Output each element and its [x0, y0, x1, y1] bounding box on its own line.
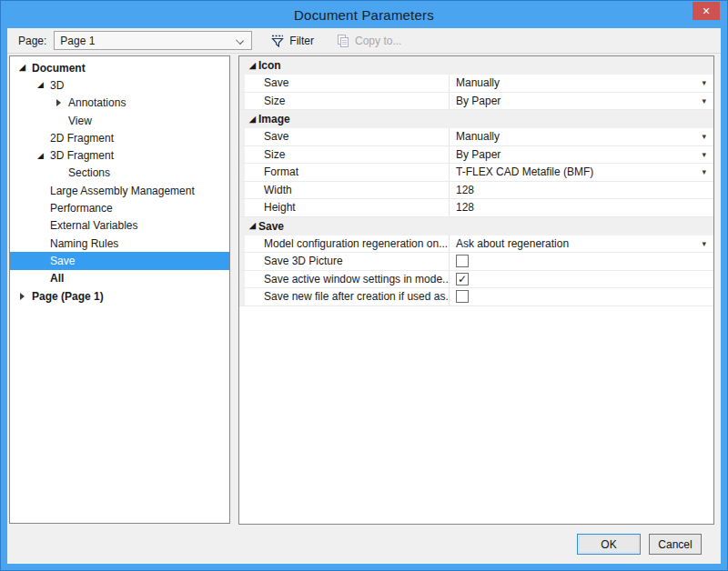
close-button[interactable]: ✕: [693, 2, 720, 20]
dropdown-arrow-icon[interactable]: ▾: [702, 151, 706, 159]
property-name: Height: [245, 199, 450, 216]
dropdown-arrow-icon[interactable]: ▾: [702, 240, 706, 248]
checkbox-checked[interactable]: ✓: [456, 273, 469, 286]
tree-item-2d-fragment[interactable]: 2D Fragment: [10, 129, 229, 146]
property-value[interactable]: ✓: [450, 271, 713, 288]
property-name: Save new file after creation if used as.…: [245, 288, 450, 306]
property-value[interactable]: By Paper▾: [450, 146, 713, 164]
grid-row-save-3d-picture: Save 3D Picture: [239, 253, 713, 271]
grid-row-size: SizeBy Paper▾: [239, 93, 713, 111]
property-value: 128: [450, 199, 713, 216]
property-value[interactable]: T-FLEX CAD Metafile (BMF)▾: [450, 164, 713, 181]
tree-item-label: Page (Page 1): [32, 290, 104, 303]
ok-button[interactable]: OK: [577, 534, 641, 555]
expander-collapsed-icon[interactable]: [15, 293, 29, 300]
property-name: Save: [245, 128, 450, 145]
property-name: Size: [245, 146, 450, 164]
property-value-text: By Paper: [456, 148, 500, 161]
property-name: Model configuration regeneration on...: [245, 235, 450, 253]
filter-icon: [270, 34, 285, 48]
property-value-text: 128: [456, 184, 474, 196]
tree-item-document[interactable]: ◢Document: [10, 59, 229, 76]
tree-item-label: Performance: [50, 202, 113, 215]
tree-item-annotations[interactable]: Annotations: [10, 95, 229, 112]
tree-item-3d-fragment[interactable]: ◢3D Fragment: [10, 146, 229, 164]
grid-section-image[interactable]: ◢Image: [239, 110, 713, 128]
property-value-text: Ask about regeneration: [456, 237, 569, 250]
title-bar[interactable]: Document Parameters ✕: [1, 1, 727, 28]
dropdown-arrow-icon[interactable]: ▾: [702, 79, 706, 87]
cancel-button[interactable]: Cancel: [649, 534, 702, 555]
expander-expanded-icon[interactable]: ◢: [34, 81, 47, 89]
property-value[interactable]: [450, 288, 713, 306]
grid-row-save-new-file-after-creation-if-used-as: Save new file after creation if used as.…: [239, 288, 713, 306]
tree-item-performance[interactable]: Performance: [10, 199, 229, 216]
property-name-label: Height: [264, 201, 296, 214]
grid-row-height: Height128: [239, 199, 713, 217]
checkbox-unchecked[interactable]: [456, 255, 469, 267]
expander-expanded-icon[interactable]: ◢: [15, 64, 29, 72]
filter-button[interactable]: Filter: [267, 31, 318, 51]
expander-expanded-icon[interactable]: ◢: [247, 115, 258, 124]
close-icon: ✕: [702, 5, 710, 17]
page-combobox-value: Page 1: [60, 35, 95, 47]
expander-expanded-icon[interactable]: ◢: [34, 152, 47, 160]
grid-section-icon[interactable]: ◢Icon: [239, 56, 713, 75]
property-value-text: 128: [456, 201, 474, 214]
property-name: Save: [245, 75, 450, 92]
tree-item-label: Annotations: [68, 96, 126, 109]
grid-section-label: Icon: [258, 59, 281, 72]
checkmark-icon: ✓: [458, 274, 467, 285]
property-value[interactable]: Manually▾: [450, 75, 713, 92]
triangle-right-icon: [20, 293, 25, 300]
dropdown-arrow-icon[interactable]: ▾: [702, 133, 706, 141]
dialog-client-area: Page: Page 1 Filter: [7, 28, 721, 564]
tree-item-label: View: [68, 115, 92, 127]
tree-item-label: Large Assembly Management: [50, 185, 195, 197]
expander-collapsed-icon[interactable]: [52, 99, 66, 106]
tree-item-label: Naming Rules: [50, 237, 118, 250]
expander-expanded-icon[interactable]: ◢: [247, 62, 258, 70]
grid-row-model-configuration-regeneration-on: Model configuration regeneration on...As…: [239, 235, 713, 254]
tree-item-label: 3D: [50, 79, 64, 92]
copy-to-button-label: Copy to...: [355, 35, 401, 47]
tree-item-external-variables[interactable]: External Variables: [10, 217, 229, 235]
tree-item-label: Document: [32, 62, 86, 75]
expander-expanded-icon[interactable]: ◢: [247, 222, 258, 230]
tree-item-sections[interactable]: Sections: [10, 165, 229, 182]
filter-button-label: Filter: [289, 35, 314, 47]
property-name-label: Save active window settings in mode...: [264, 273, 450, 286]
page-combobox[interactable]: Page 1: [54, 31, 252, 50]
property-value-text: By Paper: [456, 95, 500, 107]
property-name: Save active window settings in mode...: [245, 271, 450, 288]
dropdown-arrow-icon[interactable]: ▾: [702, 168, 706, 176]
property-value[interactable]: Manually▾: [450, 128, 713, 145]
document-parameters-dialog: Document Parameters ✕ Page: Page 1 Filte…: [0, 0, 728, 571]
checkbox-unchecked[interactable]: [456, 290, 469, 303]
tree-item-label: External Variables: [50, 219, 138, 232]
copy-to-button[interactable]: Copy to...: [332, 31, 405, 51]
tree-item-naming-rules[interactable]: Naming Rules: [10, 235, 229, 252]
property-value[interactable]: By Paper▾: [450, 93, 713, 110]
window-title: Document Parameters: [1, 1, 727, 28]
tree-item-3d[interactable]: ◢3D: [10, 76, 229, 94]
grid-section-label: Save: [258, 220, 284, 233]
grid-row-save-active-window-settings-in-mode: Save active window settings in mode...✓: [239, 271, 713, 289]
tree-item-label: Save: [50, 255, 75, 267]
tree-item-label: 2D Fragment: [50, 132, 114, 145]
dropdown-arrow-icon[interactable]: ▾: [702, 97, 706, 105]
property-name: Save 3D Picture: [245, 253, 450, 270]
parameters-tree: ◢Document◢3DAnnotationsView2D Fragment◢3…: [9, 55, 230, 524]
property-value-text: Manually: [456, 130, 500, 143]
copy-icon: [336, 34, 350, 48]
tree-item-page-page-1[interactable]: Page (Page 1): [10, 287, 229, 305]
tree-item-save[interactable]: Save: [10, 252, 229, 269]
property-value[interactable]: [450, 253, 713, 270]
grid-row-save: SaveManually▾: [239, 128, 713, 146]
tree-item-view[interactable]: View: [10, 112, 229, 129]
tree-item-all[interactable]: All: [10, 270, 229, 287]
grid-section-save[interactable]: ◢Save: [239, 217, 713, 235]
tree-item-large-assembly-management[interactable]: Large Assembly Management: [10, 182, 229, 199]
property-value[interactable]: Ask about regeneration▾: [450, 235, 713, 253]
property-name-label: Model configuration regeneration on...: [264, 237, 448, 250]
